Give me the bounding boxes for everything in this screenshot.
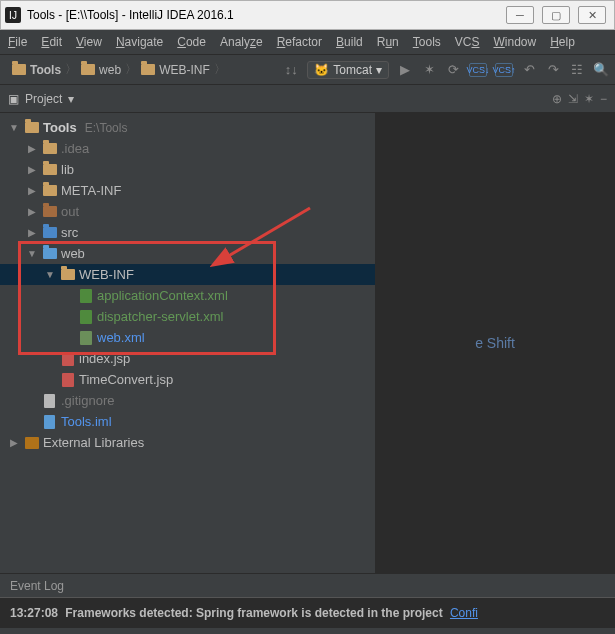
main-area: Tools E:\Tools .idea lib META-INF (0, 113, 615, 573)
tree-label: .gitignore (61, 393, 114, 408)
event-log-console[interactable]: 13:27:08 Frameworks detected: Spring fra… (0, 597, 615, 627)
run-icon[interactable]: ▶ (397, 62, 413, 78)
scroll-to-source-icon[interactable]: ⊕ (552, 92, 562, 106)
structure-icon[interactable]: ☷ (569, 62, 585, 78)
tree-node-webinf[interactable]: WEB-INF (0, 264, 375, 285)
status-bar: ☐ Frameworks detected: Spring framework … (0, 627, 615, 634)
collapse-all-icon[interactable]: ⇲ (568, 92, 578, 106)
web-folder-icon (42, 246, 57, 261)
source-folder-icon (42, 225, 57, 240)
menu-refactor[interactable]: Refactor (277, 35, 322, 49)
tree-node-src[interactable]: src (0, 222, 375, 243)
menu-tools[interactable]: Tools (413, 35, 441, 49)
tree-node-timeconvert[interactable]: TimeConvert.jsp (0, 369, 375, 390)
window-titlebar: IJ Tools - [E:\\Tools] - IntelliJ IDEA 2… (0, 0, 615, 30)
hide-icon[interactable]: − (600, 92, 607, 106)
tree-node-external-libraries[interactable]: External Libraries (0, 432, 375, 453)
gear-icon[interactable]: ✶ (584, 92, 594, 106)
navigation-toolbar: Tools 〉 web 〉 WEB-INF 〉 ↕↓ 🐱 Tomcat ▾ ▶ … (0, 55, 615, 85)
jsp-file-icon (60, 351, 75, 366)
debug-icon[interactable]: ✶ (421, 62, 437, 78)
menu-help[interactable]: Help (550, 35, 575, 49)
jsp-file-icon (60, 372, 75, 387)
tree-root-label: Tools (43, 120, 77, 135)
menu-view[interactable]: View (76, 35, 102, 49)
tree-label: Tools.iml (61, 414, 112, 429)
console-configure-link[interactable]: Confi (450, 606, 478, 620)
menu-code[interactable]: Code (177, 35, 206, 49)
tree-node-idea[interactable]: .idea (0, 138, 375, 159)
chevron-down-icon[interactable]: ▾ (68, 92, 74, 106)
tree-node-appcontext[interactable]: applicationContext.xml (0, 285, 375, 306)
folder-icon (81, 64, 95, 75)
folder-icon (141, 64, 155, 75)
tree-node-indexjsp[interactable]: index.jsp (0, 348, 375, 369)
tree-label: META-INF (61, 183, 121, 198)
event-log-label: Event Log (10, 579, 64, 593)
tree-node-webxml[interactable]: web.xml (0, 327, 375, 348)
folder-icon (42, 141, 57, 156)
folder-icon (42, 162, 57, 177)
run-config-label: Tomcat (333, 63, 372, 77)
window-buttons: ─ ▢ ✕ (506, 6, 606, 24)
folder-icon (60, 267, 75, 282)
forward-icon[interactable]: ↷ (545, 62, 561, 78)
menu-window[interactable]: Window (493, 35, 536, 49)
file-icon (42, 393, 57, 408)
vcs-commit-icon[interactable]: VCS↑ (495, 63, 513, 77)
menu-vcs[interactable]: VCS (455, 35, 480, 49)
maximize-button[interactable]: ▢ (542, 6, 570, 24)
menu-navigate[interactable]: Navigate (116, 35, 163, 49)
search-icon[interactable]: 🔍 (593, 62, 609, 78)
tree-label: index.jsp (79, 351, 130, 366)
menu-analyze[interactable]: Analyze (220, 35, 263, 49)
editor-empty-state: e Shift (375, 113, 615, 573)
tree-node-out[interactable]: out (0, 201, 375, 222)
console-time: 13:27:08 (10, 606, 58, 620)
module-icon (24, 120, 39, 135)
tree-label: src (61, 225, 78, 240)
project-view-title[interactable]: Project (25, 92, 62, 106)
tree-label: .idea (61, 141, 89, 156)
menu-run[interactable]: Run (377, 35, 399, 49)
menu-file[interactable]: File (8, 35, 27, 49)
minimize-button[interactable]: ─ (506, 6, 534, 24)
menu-edit[interactable]: Edit (41, 35, 62, 49)
tree-label: TimeConvert.jsp (79, 372, 173, 387)
tree-label: applicationContext.xml (97, 288, 228, 303)
menu-build[interactable]: Build (336, 35, 363, 49)
tree-node-gitignore[interactable]: .gitignore (0, 390, 375, 411)
build-icon[interactable]: ↕↓ (283, 62, 299, 78)
tree-label: WEB-INF (79, 267, 134, 282)
close-button[interactable]: ✕ (578, 6, 606, 24)
tree-node-metainf[interactable]: META-INF (0, 180, 375, 201)
vcs-update-icon[interactable]: VCS↓ (469, 63, 487, 77)
spring-config-icon (78, 288, 93, 303)
tree-node-lib[interactable]: lib (0, 159, 375, 180)
tree-root[interactable]: Tools E:\Tools (0, 117, 375, 138)
breadcrumb-web: web (99, 63, 121, 77)
tree-node-dispatcher[interactable]: dispatcher-servlet.xml (0, 306, 375, 327)
breadcrumb[interactable]: Tools 〉 web 〉 WEB-INF 〉 (6, 59, 232, 80)
tree-label: dispatcher-servlet.xml (97, 309, 223, 324)
event-log-header[interactable]: Event Log (0, 573, 615, 597)
console-msg: Frameworks detected: Spring framework is… (65, 606, 442, 620)
tree-node-toolsiml[interactable]: Tools.iml (0, 411, 375, 432)
tree-label: web (61, 246, 85, 261)
chevron-down-icon: ▾ (376, 63, 382, 77)
project-tree[interactable]: Tools E:\Tools .idea lib META-INF (0, 113, 375, 573)
tree-label: lib (61, 162, 74, 177)
folder-icon (42, 183, 57, 198)
back-icon[interactable]: ↶ (521, 62, 537, 78)
breadcrumb-root: Tools (30, 63, 61, 77)
folder-icon (12, 64, 26, 75)
app-icon: IJ (5, 7, 21, 23)
tree-label: External Libraries (43, 435, 144, 450)
tree-node-web[interactable]: web (0, 243, 375, 264)
coverage-icon[interactable]: ⟳ (445, 62, 461, 78)
breadcrumb-webinf: WEB-INF (159, 63, 210, 77)
run-config-selector[interactable]: 🐱 Tomcat ▾ (307, 61, 389, 79)
folder-icon (42, 204, 57, 219)
iml-file-icon (42, 414, 57, 429)
project-tool-window-header: ▣ Project ▾ ⊕ ⇲ ✶ − (0, 85, 615, 113)
